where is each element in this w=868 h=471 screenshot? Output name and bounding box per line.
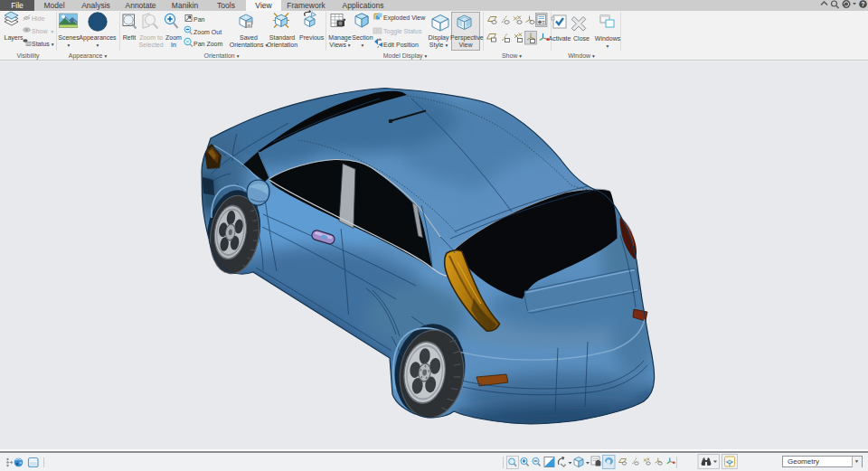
svg-text:?: ? — [861, 1, 864, 7]
